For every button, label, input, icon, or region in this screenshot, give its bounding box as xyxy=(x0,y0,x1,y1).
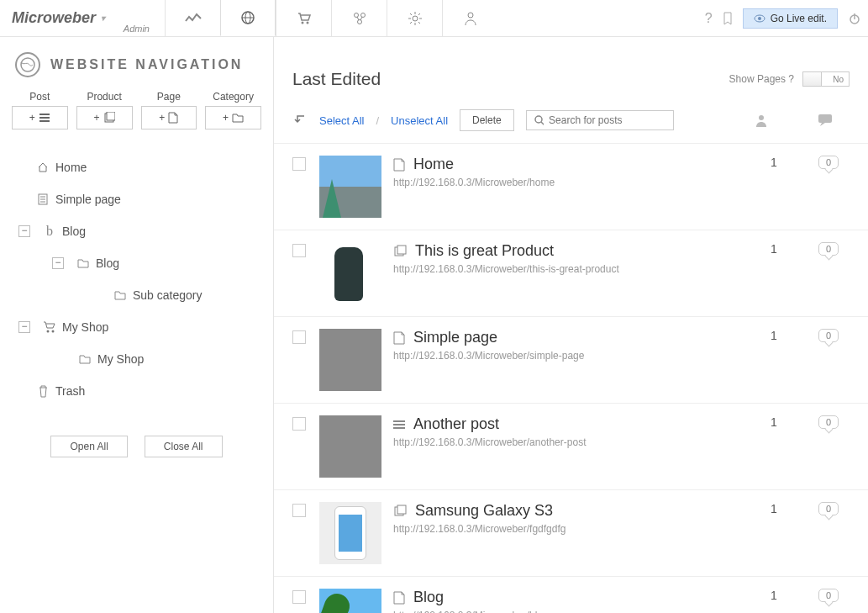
caret-down-icon: ▾ xyxy=(101,13,105,23)
tree-label: My Shop xyxy=(62,320,108,334)
folder-icon xyxy=(232,113,244,123)
svg-point-5 xyxy=(354,13,358,17)
svg-rect-33 xyxy=(397,246,406,254)
nav-users[interactable] xyxy=(442,0,497,36)
item-title-link[interactable]: Samsung Galaxy S3 xyxy=(415,502,553,520)
toolbar: Select All / Unselect All Delete xyxy=(274,104,868,144)
tree-simple-page[interactable]: Simple page xyxy=(0,183,273,215)
add-product-button[interactable]: Product + xyxy=(76,91,133,129)
delete-button[interactable]: Delete xyxy=(460,109,514,131)
item-checkbox[interactable] xyxy=(292,244,306,257)
close-all-button[interactable]: Close All xyxy=(145,436,223,457)
tree-label: Trash xyxy=(55,384,85,398)
author-icon[interactable] xyxy=(755,114,767,127)
nav-settings[interactable] xyxy=(387,0,442,36)
svg-point-26 xyxy=(47,330,50,333)
page-icon xyxy=(393,591,405,605)
comments-icon[interactable] xyxy=(818,114,833,127)
item-comments[interactable]: 0 xyxy=(808,329,850,342)
select-all-link[interactable]: Select All xyxy=(319,114,364,127)
tree-blog-child[interactable]: − Blog xyxy=(0,247,273,279)
brand[interactable]: Microweber ▾ Admin xyxy=(0,0,165,36)
item-title-link[interactable]: This is great Product xyxy=(415,242,554,260)
help-icon[interactable]: ? xyxy=(705,11,713,26)
eye-icon xyxy=(754,14,765,23)
add-category-label: Category xyxy=(213,91,254,103)
topbar-right: ? Go Live edit. xyxy=(705,0,868,36)
list-item: Samsung Galaxy S3http://192.168.0.3/Micr… xyxy=(274,490,868,577)
item-url: http://192.168.0.3/Microweber/simple-pag… xyxy=(393,350,740,362)
item-comments[interactable]: 0 xyxy=(808,502,850,515)
item-comments[interactable]: 0 xyxy=(808,156,850,169)
item-title-link[interactable]: Simple page xyxy=(413,329,497,346)
svg-point-30 xyxy=(759,115,764,120)
tree-blog[interactable]: − b Blog xyxy=(0,215,273,247)
product-icon xyxy=(393,245,407,258)
item-comments[interactable]: 0 xyxy=(808,415,850,429)
tree-my-shop[interactable]: − My Shop xyxy=(0,311,273,343)
collapse-icon[interactable]: − xyxy=(18,225,30,237)
item-checkbox[interactable] xyxy=(292,504,306,517)
page-icon xyxy=(393,158,405,172)
item-thumbnail xyxy=(319,242,381,304)
list-item: Another posthttp://192.168.0.3/Microwebe… xyxy=(274,404,868,490)
post-icon xyxy=(393,420,405,430)
svg-point-11 xyxy=(468,13,473,18)
trash-icon xyxy=(30,385,55,398)
bookmark-icon[interactable] xyxy=(723,12,733,25)
nav-dashboard[interactable] xyxy=(165,0,220,36)
item-title-link[interactable]: Home xyxy=(413,156,454,173)
product-icon xyxy=(393,505,407,518)
item-comments[interactable]: 0 xyxy=(808,589,850,602)
svg-point-27 xyxy=(52,330,55,333)
add-page-button[interactable]: Page + xyxy=(141,91,197,129)
tree-label: Sub category xyxy=(133,288,203,302)
unselect-all-link[interactable]: Unselect All xyxy=(391,114,448,127)
item-checkbox[interactable] xyxy=(292,590,306,604)
nav-website[interactable] xyxy=(220,0,276,36)
item-comments[interactable]: 0 xyxy=(808,242,850,256)
item-checkbox[interactable] xyxy=(292,330,306,344)
collapse-icon[interactable]: − xyxy=(18,321,30,333)
open-all-button[interactable]: Open All xyxy=(50,436,127,457)
go-live-button[interactable]: Go Live edit. xyxy=(743,8,838,29)
nav-shop[interactable] xyxy=(276,0,331,36)
search-wrap[interactable] xyxy=(526,110,674,130)
item-checkbox[interactable] xyxy=(292,417,306,431)
svg-rect-21 xyxy=(107,112,115,120)
tree-label: Blog xyxy=(62,225,86,238)
topbar: Microweber ▾ Admin ? Go Live edit. xyxy=(0,0,868,37)
item-thumbnail xyxy=(319,502,381,564)
svg-point-28 xyxy=(535,116,542,123)
tree-trash[interactable]: Trash xyxy=(0,375,273,407)
add-category-button[interactable]: Category + xyxy=(205,91,261,129)
tree-my-shop-child[interactable]: My Shop xyxy=(0,343,273,375)
collapse-icon[interactable]: − xyxy=(52,257,64,269)
select-arrow-icon xyxy=(292,114,308,126)
add-page-label: Page xyxy=(157,91,181,103)
toggle-switch[interactable]: No xyxy=(802,71,850,87)
add-post-label: Post xyxy=(29,91,50,103)
tree-home[interactable]: Home xyxy=(0,151,273,183)
item-count: 1 xyxy=(740,329,808,342)
item-count: 1 xyxy=(740,502,808,515)
folder-icon xyxy=(72,354,97,364)
item-count: 1 xyxy=(740,589,808,602)
item-count: 1 xyxy=(740,242,808,256)
sidebar: WEBSITE NAVIGATION Post + Product + Page… xyxy=(0,37,274,613)
cart-icon xyxy=(37,321,62,333)
item-title-link[interactable]: Another post xyxy=(413,415,499,433)
home-icon xyxy=(30,161,55,173)
page-icon xyxy=(168,112,178,124)
search-input[interactable] xyxy=(549,114,666,126)
nav-modules[interactable] xyxy=(331,0,387,36)
item-title-link[interactable]: Blog xyxy=(413,589,444,606)
show-pages-toggle[interactable]: Show Pages ? No xyxy=(729,71,850,87)
power-icon[interactable] xyxy=(848,12,861,25)
add-post-button[interactable]: Post + xyxy=(12,91,68,129)
product-icon xyxy=(103,112,115,124)
item-checkbox[interactable] xyxy=(292,157,306,171)
tree-subcategory[interactable]: Sub category xyxy=(0,279,273,311)
item-thumbnail xyxy=(319,156,381,218)
svg-line-8 xyxy=(357,17,359,20)
